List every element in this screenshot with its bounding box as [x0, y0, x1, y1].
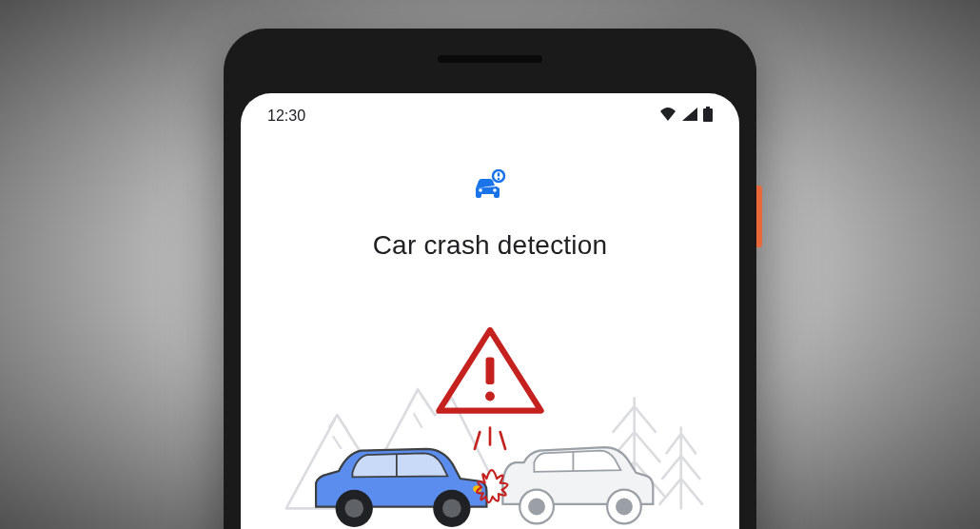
- crash-illustration: [269, 299, 711, 529]
- svg-point-11: [528, 499, 545, 516]
- gray-car: [502, 447, 653, 523]
- battery-icon: [703, 107, 713, 126]
- blue-car: [316, 449, 486, 527]
- status-icons: [659, 107, 713, 126]
- status-time: 12:30: [267, 108, 305, 125]
- phone-screen: 12:30: [241, 93, 739, 529]
- svg-point-6: [493, 188, 497, 192]
- signal-icon: [682, 108, 697, 125]
- car-alert-icon: [471, 169, 509, 207]
- power-button[interactable]: [756, 186, 762, 247]
- warning-triangle-icon: [439, 330, 540, 411]
- svg-point-18: [442, 499, 461, 518]
- svg-rect-7: [486, 357, 495, 384]
- page-title: Car crash detection: [373, 230, 608, 261]
- svg-rect-0: [706, 107, 710, 108]
- svg-point-5: [479, 188, 482, 192]
- phone-speaker: [438, 55, 542, 63]
- svg-point-8: [485, 392, 495, 402]
- content-area: Car crash detection: [241, 131, 739, 529]
- svg-point-13: [616, 499, 633, 516]
- phone-frame: 12:30: [224, 29, 756, 529]
- status-bar: 12:30: [241, 93, 739, 131]
- svg-rect-1: [703, 108, 713, 122]
- svg-rect-3: [498, 173, 500, 177]
- wifi-icon: [659, 108, 676, 125]
- svg-point-16: [344, 499, 363, 518]
- svg-point-4: [498, 178, 500, 180]
